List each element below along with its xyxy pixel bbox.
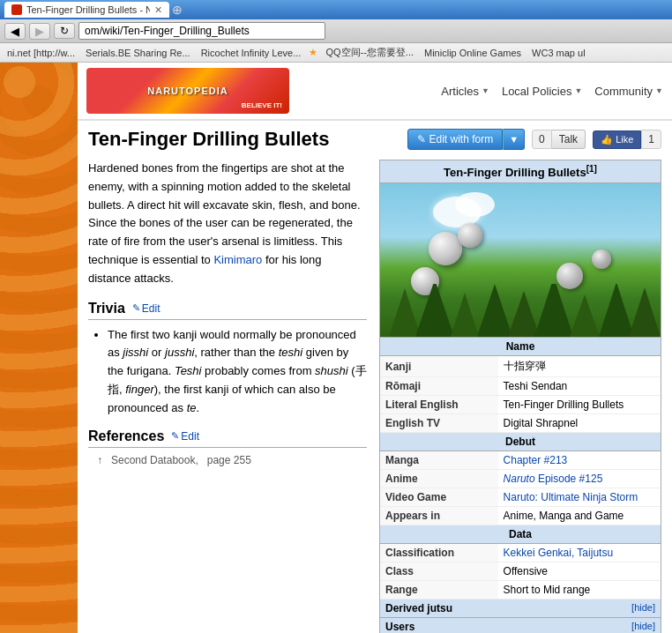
pencil-icon: ✎	[417, 133, 426, 145]
main-content: NARUTOPEDIA BELIEVE IT! Articles ▼ Local…	[78, 63, 672, 633]
article-body: Hardened bones from the fingertips are s…	[88, 160, 661, 633]
forward-button[interactable]: ▶	[29, 23, 50, 40]
infobox-value-videogame: Naruto: Ultimate Ninja Storm	[498, 488, 661, 507]
tab-close-icon[interactable]: ✕	[154, 4, 162, 16]
infobox-label-literal: Literal English	[380, 396, 498, 414]
edit-btn-label: Edit with form	[429, 133, 494, 145]
users-label: Users	[385, 621, 414, 633]
address-bar[interactable]: om/wiki/Ten-Finger_Drilling_Bullets	[78, 22, 325, 40]
infobox-row-class: Class Offensive	[380, 562, 661, 581]
site-header: NARUTOPEDIA BELIEVE IT! Articles ▼ Local…	[78, 63, 672, 121]
nav-bar: Articles ▼ Local Policies ▼ Community ▼	[441, 85, 663, 98]
article-title: Ten-Finger Drilling Bullets	[88, 128, 400, 151]
edit-btn-group: ✎ Edit with form ▼	[407, 129, 526, 150]
nav-articles-label: Articles	[441, 85, 479, 98]
ref-page: page 255	[207, 454, 251, 466]
sky-cloud-2	[455, 192, 495, 217]
article-text: Hardened bones from the fingertips are s…	[88, 160, 367, 633]
infobox: Ten-Finger Drilling Bullets[1]	[379, 160, 661, 633]
infobox-label-english-tv: English TV	[380, 414, 498, 433]
bookmark-3[interactable]: Ricochet Infinity Leve...	[198, 47, 304, 59]
infobox-value-kanji: 十指穿弾	[498, 356, 661, 377]
references-section: References ✎ Edit ↑ Second Databook, pag…	[88, 428, 367, 466]
infobox-value-appears-in: Anime, Manga and Game	[498, 507, 661, 525]
article-header: Ten-Finger Drilling Bullets ✎ Edit with …	[88, 128, 661, 151]
browser-toolbar: ◀ ▶ ↻ om/wiki/Ten-Finger_Drilling_Bullet…	[0, 19, 672, 43]
trees-row	[380, 284, 661, 337]
bullet-5	[592, 249, 611, 269]
videogame-link[interactable]: Naruto: Ultimate Ninja Storm	[504, 491, 638, 503]
infobox-image	[380, 183, 661, 338]
infobox-section-name: Name	[380, 338, 661, 356]
bookmark-4[interactable]: QQ空间--您需要登...	[323, 45, 416, 60]
edit-dropdown-button[interactable]: ▼	[503, 129, 525, 150]
trivia-title: Trivia	[88, 301, 125, 316]
bookmark-4-star: ★	[309, 47, 317, 58]
ref-item-1: ↑ Second Databook, page 255	[97, 454, 367, 466]
infobox-value-literal: Ten-Finger Drilling Bullets	[498, 396, 661, 414]
nav-local-policies-label: Local Policies	[502, 85, 572, 98]
infobox-label-videogame: Video Game	[380, 488, 498, 507]
bookmarks-bar: ni.net [http://w... Serials.BE Sharing R…	[0, 43, 672, 63]
infobox-row-kanji: Kanji 十指穿弾	[380, 356, 661, 377]
derived-jutsu-hide[interactable]: [hide]	[631, 602, 655, 613]
ref-source: Second Databook,	[111, 454, 198, 466]
infobox-label-romaji: Rōmaji	[380, 377, 498, 396]
bookmark-1[interactable]: ni.net [http://w...	[4, 47, 78, 59]
infobox-derived-jutsu-row: Derived jutsu [hide]	[380, 599, 661, 618]
infobox-label-classification: Classification	[380, 544, 498, 562]
nav-community[interactable]: Community ▼	[594, 85, 663, 98]
bullet-2	[458, 223, 482, 248]
tab-favicon	[11, 4, 22, 15]
references-edit-link[interactable]: ✎ Edit	[171, 430, 199, 443]
talk-count-group: 0 Talk	[532, 130, 586, 149]
infobox-row-appears-in: Appears in Anime, Manga and Game	[380, 507, 661, 525]
bookmark-6[interactable]: WC3 map ul	[529, 47, 588, 59]
nav-articles-arrow: ▼	[482, 86, 489, 95]
references-title: References	[88, 428, 164, 444]
infobox-label-appears-in: Appears in	[380, 507, 498, 525]
infobox-section-debut: Debut	[380, 433, 661, 451]
infobox-row-english-tv: English TV Digital Shrapnel	[380, 414, 661, 433]
trivia-edit-link[interactable]: ✎ Edit	[132, 302, 161, 315]
infobox-value-anime: Naruto Episode #125	[498, 470, 661, 488]
trivia-list: The first two kanji would normally be pr…	[88, 326, 367, 418]
manga-chapter-link[interactable]: Chapter #213	[504, 454, 568, 466]
back-button[interactable]: ◀	[4, 23, 26, 40]
users-hide[interactable]: [hide]	[631, 621, 655, 631]
bookmark-5[interactable]: Miniclip Online Games	[422, 47, 524, 59]
browser-tab[interactable]: Ten-Finger Drilling Bullets - Na... ✕	[4, 2, 169, 18]
edit-with-form-button[interactable]: ✎ Edit with form	[407, 129, 504, 150]
infobox-users-row: Users [hide]	[380, 618, 661, 633]
infobox-label-range: Range	[380, 581, 498, 599]
nav-articles[interactable]: Articles ▼	[441, 85, 489, 98]
derived-jutsu-label: Derived jutsu	[385, 602, 452, 614]
talk-button[interactable]: Talk	[552, 130, 586, 149]
bookmark-2[interactable]: Serials.BE Sharing Re...	[83, 47, 193, 59]
nav-local-policies[interactable]: Local Policies ▼	[502, 85, 582, 98]
thumbsup-icon: 👍	[601, 134, 613, 145]
ref-arrow: ↑	[97, 454, 102, 466]
infobox-value-manga: Chapter #213	[498, 451, 661, 470]
like-button[interactable]: 👍 Like	[593, 130, 641, 149]
infobox-table: Name Kanji 十指穿弾 Rōmaji Teshi Sendan Lite…	[380, 338, 661, 633]
new-tab-icon[interactable]: ⊕	[172, 3, 183, 17]
left-sidebar	[0, 63, 78, 633]
infobox-label-class: Class	[380, 562, 498, 581]
kimimaro-link[interactable]: Kimimaro	[213, 253, 262, 266]
like-btn-group: 👍 Like 1	[593, 130, 661, 149]
infobox-row-anime: Anime Naruto Episode #125	[380, 470, 661, 488]
infobox-label-anime: Anime	[380, 470, 498, 488]
infobox-row-manga: Manga Chapter #213	[380, 451, 661, 470]
classification-link[interactable]: Kekkei Genkai, Taijutsu	[504, 547, 614, 559]
anime-episode-link[interactable]: Naruto Episode #125	[504, 473, 603, 485]
infobox-section-data: Data	[380, 525, 661, 544]
infobox-value-romaji: Teshi Sendan	[498, 377, 661, 396]
nav-community-label: Community	[594, 85, 653, 98]
infobox-label-manga: Manga	[380, 451, 498, 470]
refresh-button[interactable]: ↻	[54, 23, 75, 39]
infobox-row-literal: Literal English Ten-Finger Drilling Bull…	[380, 396, 661, 414]
infobox-label-kanji: Kanji	[380, 356, 498, 377]
logo-tagline: BELIEVE IT!	[242, 101, 282, 109]
infobox-value-class: Offensive	[498, 562, 661, 581]
